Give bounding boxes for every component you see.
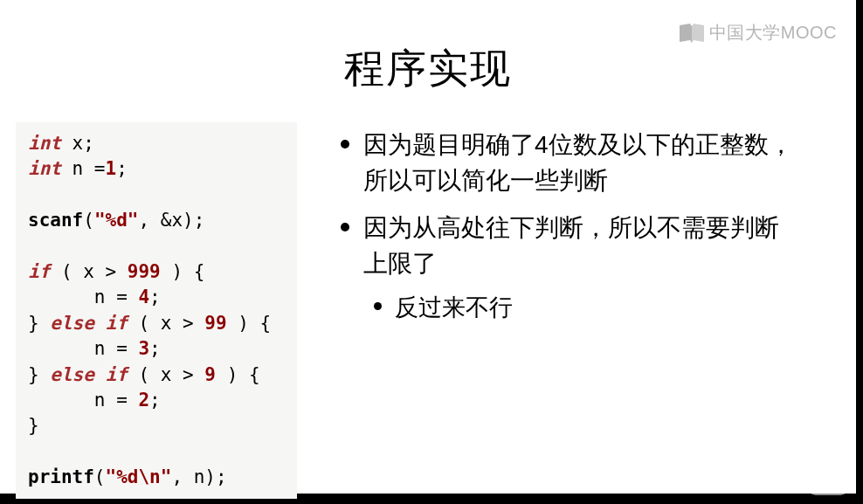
book-icon bbox=[680, 24, 704, 43]
code-keyword: int bbox=[28, 158, 61, 179]
watermark: 中国大学MOOC bbox=[680, 21, 837, 45]
code-text: } bbox=[28, 364, 50, 385]
code-text: , n); bbox=[171, 466, 226, 487]
code-text: ( bbox=[94, 466, 106, 487]
code-function: printf bbox=[28, 466, 94, 487]
code-number: 3 bbox=[138, 338, 149, 359]
code-text: ; bbox=[149, 338, 161, 359]
code-text: } bbox=[28, 313, 50, 334]
code-number: 99 bbox=[204, 313, 226, 334]
code-block: int x; int n =1; scanf("%d", &x); if ( x… bbox=[16, 122, 297, 499]
code-text: ; bbox=[149, 390, 161, 411]
slide-container: 中国大学MOOC 程序实现 int x; int n =1; scanf("%d… bbox=[0, 0, 856, 494]
code-number: 1 bbox=[106, 158, 117, 179]
code-text: ; bbox=[149, 287, 161, 307]
code-text: ( x > bbox=[128, 313, 205, 334]
bilibili-icon bbox=[804, 457, 853, 497]
code-text: ) { bbox=[216, 364, 260, 385]
code-keyword: int bbox=[28, 133, 61, 154]
code-text: n = bbox=[28, 338, 138, 359]
code-text: ) { bbox=[161, 261, 205, 282]
code-function: scanf bbox=[28, 210, 83, 231]
code-keyword: else if bbox=[50, 313, 128, 334]
bullet-item: 因为题目明确了4位数及以下的正整数，所以可以简化一些判断 bbox=[332, 128, 795, 198]
code-text: x; bbox=[61, 133, 94, 154]
code-text: ( bbox=[83, 210, 94, 231]
code-keyword: else if bbox=[50, 364, 128, 385]
code-number: 4 bbox=[138, 287, 149, 307]
code-text: ( x > bbox=[128, 364, 205, 385]
code-string: "%d" bbox=[94, 210, 139, 231]
code-text: , &x); bbox=[138, 210, 204, 231]
code-number: 9 bbox=[204, 364, 216, 385]
sub-bullet-item: 反过来不行 bbox=[363, 290, 795, 326]
bullet-list: 因为题目明确了4位数及以下的正整数，所以可以简化一些判断 因为从高处往下判断，所… bbox=[332, 128, 795, 499]
code-text: n = bbox=[28, 287, 138, 307]
slide-title: 程序实现 bbox=[0, 42, 856, 96]
code-keyword: if bbox=[28, 261, 50, 282]
code-string: "%d\n" bbox=[106, 466, 172, 487]
code-text: n = bbox=[28, 390, 138, 411]
code-text: n = bbox=[61, 158, 106, 179]
code-text: ( x > bbox=[50, 261, 128, 282]
watermark-text: 中国大学MOOC bbox=[709, 21, 837, 45]
code-text: } bbox=[28, 415, 39, 436]
code-text: ) { bbox=[227, 313, 272, 334]
code-text: ; bbox=[116, 158, 128, 179]
code-number: 999 bbox=[128, 261, 161, 282]
code-number: 2 bbox=[138, 390, 149, 411]
content-area: int x; int n =1; scanf("%d", &x); if ( x… bbox=[0, 122, 856, 499]
bullet-text: 因为从高处往下判断，所以不需要判断上限了 bbox=[363, 214, 779, 277]
bullet-item: 因为从高处往下判断，所以不需要判断上限了 反过来不行 bbox=[332, 211, 795, 326]
